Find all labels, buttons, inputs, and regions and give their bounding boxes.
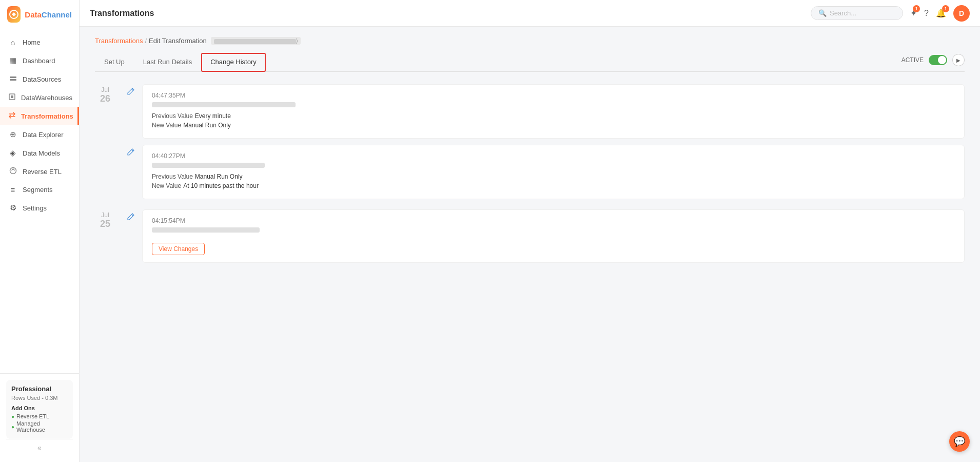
plan-rows-used: Rows Used - 0.3M bbox=[11, 395, 68, 401]
breadcrumb-id: ) bbox=[211, 37, 301, 44]
search-box[interactable]: 🔍 Search... bbox=[811, 6, 903, 20]
entry-row-1: 04:47:35PM Previous ValueEvery minute Ne… bbox=[124, 84, 965, 139]
view-changes-button[interactable]: View Changes bbox=[152, 243, 205, 255]
sidebar-item-label: Dashboard bbox=[23, 57, 55, 65]
breadcrumb-root[interactable]: Transformations bbox=[95, 37, 143, 45]
entry-field-new-2: New ValueAt 10 minutes past the hour bbox=[152, 182, 955, 189]
edit-icon-3[interactable] bbox=[124, 209, 138, 224]
sidebar-item-data-models[interactable]: ◈ Data Models bbox=[0, 144, 79, 162]
search-icon: 🔍 bbox=[818, 9, 827, 17]
day-label: 26 bbox=[95, 93, 115, 104]
settings-icon: ⚙ bbox=[8, 203, 17, 213]
entry-row-3: 04:15:54PM View Changes bbox=[124, 209, 965, 263]
top-header: Transformations 🔍 Search... ✦ 1 ? 🔔 1 D bbox=[80, 0, 980, 27]
entry-field-prev-2: Previous ValueManual Run Only bbox=[152, 173, 955, 180]
breadcrumb: Transformations / Edit Transformation ) bbox=[95, 37, 965, 45]
reverse-etl-icon bbox=[8, 167, 17, 176]
addon-dot: ● bbox=[11, 424, 14, 430]
user-avatar[interactable]: D bbox=[953, 5, 970, 22]
sidebar-item-label: Transformations bbox=[21, 112, 73, 120]
datawarehouses-icon bbox=[8, 93, 16, 102]
sidebar-item-reverse-etl[interactable]: Reverse ETL bbox=[0, 162, 79, 181]
entry-value-new-1: Manual Run Only bbox=[183, 122, 231, 129]
month-label: Jul bbox=[95, 86, 115, 93]
tab-last-run[interactable]: Last Run Details bbox=[134, 53, 201, 72]
collapse-sidebar-button[interactable]: « bbox=[6, 439, 73, 456]
addon-label: Reverse ETL bbox=[16, 413, 49, 419]
sidebar-item-data-explorer[interactable]: ⊕ Data Explorer bbox=[0, 125, 79, 144]
sidebar-item-dashboard[interactable]: ▦ Dashboard bbox=[0, 51, 79, 70]
entry-value-prev-1: Every minute bbox=[195, 112, 231, 120]
sidebar-item-label: DataWarehouses bbox=[21, 94, 72, 102]
addons-title: Add Ons bbox=[11, 405, 68, 411]
addon-dot: ● bbox=[11, 414, 14, 419]
plan-title: Professional bbox=[11, 385, 68, 393]
sidebar-item-label: Home bbox=[23, 38, 41, 46]
breadcrumb-separator: / bbox=[145, 37, 147, 45]
edit-icon-2[interactable] bbox=[124, 145, 138, 159]
entry-time-2: 04:40:27PM bbox=[152, 152, 955, 160]
logo-text: DataChannel bbox=[25, 10, 72, 19]
help-icon[interactable]: ? bbox=[924, 9, 929, 18]
edit-icon-1[interactable] bbox=[124, 84, 138, 99]
entry-field-new-1: New ValueManual Run Only bbox=[152, 122, 955, 129]
svg-rect-4 bbox=[11, 95, 13, 98]
svg-rect-2 bbox=[10, 79, 16, 81]
timeline-group-jul25: Jul 25 04:15:54PM View Changes bbox=[95, 209, 965, 263]
entry-card-3: 04:15:54PM View Changes bbox=[142, 209, 965, 263]
tabs-right: ACTIVE ▶ bbox=[901, 54, 965, 70]
sidebar-nav: ⌂ Home ▦ Dashboard DataSources DataWareh… bbox=[0, 29, 79, 373]
tabs-left: Set Up Last Run Details Change History bbox=[95, 53, 266, 71]
timeline-date-jul25: Jul 25 bbox=[95, 209, 115, 263]
tabs-header: Set Up Last Run Details Change History A… bbox=[95, 53, 965, 72]
entry-desc-bar-1 bbox=[152, 102, 296, 107]
entry-card-1: 04:47:35PM Previous ValueEvery minute Ne… bbox=[142, 84, 965, 139]
plan-card: Professional Rows Used - 0.3M Add Ons ● … bbox=[6, 380, 73, 439]
timeline-group-jul26: Jul 26 04:47:35PM Previous ValueEver bbox=[95, 84, 965, 199]
tab-change-history[interactable]: Change History bbox=[201, 53, 266, 72]
tab-setup[interactable]: Set Up bbox=[95, 53, 134, 72]
sidebar-item-transformations[interactable]: Transformations bbox=[0, 107, 79, 125]
sidebar: DataChannel ⌂ Home ▦ Dashboard DataSourc… bbox=[0, 0, 80, 462]
notifications-ai-icon[interactable]: ✦ 1 bbox=[910, 8, 917, 18]
ai-badge: 1 bbox=[913, 5, 920, 12]
sidebar-item-home[interactable]: ⌂ Home bbox=[0, 33, 79, 51]
segments-icon: ≡ bbox=[8, 185, 17, 194]
page-title: Transformations bbox=[90, 9, 154, 18]
month-label: Jul bbox=[95, 211, 115, 219]
svg-rect-1 bbox=[10, 76, 16, 78]
home-icon: ⌂ bbox=[8, 38, 17, 47]
sidebar-item-datawarehouses[interactable]: DataWarehouses bbox=[0, 88, 79, 107]
entry-row-2: 04:40:27PM Previous ValueManual Run Only… bbox=[124, 145, 965, 199]
entry-time-1: 04:47:35PM bbox=[152, 92, 955, 99]
datasources-icon bbox=[8, 74, 17, 84]
timeline-date-jul26: Jul 26 bbox=[95, 84, 115, 199]
bell-icon[interactable]: 🔔 1 bbox=[936, 8, 946, 18]
sidebar-item-datasources[interactable]: DataSources bbox=[0, 70, 79, 88]
sidebar-item-label: Settings bbox=[23, 204, 47, 212]
chat-support-button[interactable]: 💬 bbox=[949, 431, 970, 452]
search-placeholder: Search... bbox=[830, 9, 856, 17]
sidebar-bottom: Professional Rows Used - 0.3M Add Ons ● … bbox=[0, 373, 79, 462]
logo-area: DataChannel bbox=[0, 0, 79, 29]
sidebar-item-label: Data Explorer bbox=[23, 131, 63, 139]
dashboard-icon: ▦ bbox=[8, 56, 17, 65]
timeline-entries-jul26: 04:47:35PM Previous ValueEvery minute Ne… bbox=[124, 84, 965, 199]
run-button[interactable]: ▶ bbox=[952, 54, 965, 66]
addon-managed-warehouse: ● Managed Warehouse bbox=[11, 420, 68, 433]
day-label: 25 bbox=[95, 219, 115, 229]
header-right: 🔍 Search... ✦ 1 ? 🔔 1 D bbox=[811, 5, 970, 22]
timeline-entries-jul25: 04:15:54PM View Changes bbox=[124, 209, 965, 263]
breadcrumb-current: Edit Transformation bbox=[149, 37, 207, 45]
entry-desc-bar-3 bbox=[152, 227, 260, 233]
sidebar-item-label: Data Models bbox=[23, 149, 60, 157]
sidebar-item-label: Segments bbox=[23, 186, 53, 194]
sidebar-item-settings[interactable]: ⚙ Settings bbox=[0, 199, 79, 217]
main-content: Transformations 🔍 Search... ✦ 1 ? 🔔 1 D … bbox=[80, 0, 980, 462]
sidebar-item-segments[interactable]: ≡ Segments bbox=[0, 181, 79, 199]
active-toggle[interactable] bbox=[929, 55, 947, 65]
logo-icon bbox=[7, 6, 21, 23]
active-label: ACTIVE bbox=[901, 56, 924, 64]
content-area: Transformations / Edit Transformation ) … bbox=[80, 27, 980, 462]
entry-value-prev-2: Manual Run Only bbox=[195, 173, 243, 180]
